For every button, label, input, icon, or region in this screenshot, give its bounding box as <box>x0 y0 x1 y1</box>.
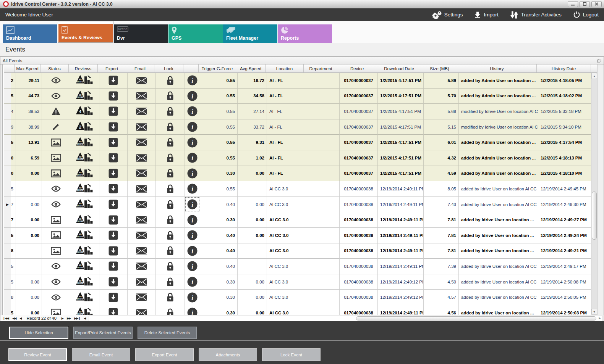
info-event-icon[interactable]: i <box>187 106 198 116</box>
column-header-history-date[interactable]: History Date <box>537 64 591 73</box>
tab-events-reviews[interactable]: Events & Reviews <box>58 24 113 42</box>
lock-event-icon[interactable] <box>166 277 175 287</box>
row-selector[interactable] <box>4 212 11 228</box>
row-selector[interactable] <box>4 135 11 150</box>
export-event-button[interactable]: Export Event <box>135 348 194 361</box>
eye-status-icon[interactable] <box>51 93 61 99</box>
vertical-scroll-thumb[interactable] <box>592 192 597 240</box>
export-event-icon[interactable] <box>108 200 118 209</box>
review-score-chart-icon[interactable]: 2 <box>76 121 93 133</box>
pencil-status-icon[interactable] <box>52 122 60 131</box>
minimize-button[interactable] <box>568 1 578 7</box>
logout-button[interactable]: Logout <box>573 11 599 18</box>
column-header-device[interactable]: Device <box>338 64 376 73</box>
row-selector[interactable]: ▶ <box>4 197 11 213</box>
review-score-chart-icon[interactable]: NOSCORE <box>76 292 93 303</box>
info-event-icon[interactable]: i <box>187 199 198 209</box>
event-row[interactable]: 5NOSCOREi0.40Al CC 3.001704000003812/19/… <box>4 259 604 274</box>
email-event-icon[interactable] <box>136 278 147 286</box>
attachments-button[interactable]: Attachments <box>199 348 257 361</box>
first-record-icon[interactable]: ❙◀◀ <box>3 317 9 320</box>
lock-event-icon[interactable] <box>166 122 175 132</box>
lock-event-icon[interactable] <box>166 230 175 240</box>
info-event-icon[interactable]: i <box>187 308 198 315</box>
email-event-icon[interactable] <box>136 77 147 84</box>
lock-event-icon[interactable] <box>166 153 175 163</box>
review-score-chart-icon[interactable]: NOSCORE <box>76 260 93 272</box>
eye-status-icon[interactable] <box>51 77 61 84</box>
lock-event-icon[interactable] <box>166 308 175 315</box>
event-row[interactable]: 50.00NOSCOREi0.300.00Al CC 3.00170400000… <box>4 305 604 315</box>
lock-event-icon[interactable] <box>166 168 175 178</box>
column-header-avg-speed[interactable]: Avg Speed <box>236 64 266 73</box>
export-event-icon[interactable] <box>108 293 118 302</box>
email-event-icon[interactable] <box>136 216 147 224</box>
review-score-chart-icon[interactable]: NOSCORE <box>76 168 93 179</box>
transfer-activities-button[interactable]: Transfer Activities <box>510 11 562 19</box>
settings-button[interactable]: Settings <box>432 11 463 19</box>
column-header-sel[interactable] <box>4 64 11 73</box>
email-event-icon[interactable] <box>136 232 147 239</box>
email-event-button[interactable]: Email Event <box>72 348 130 361</box>
prev-record-icon[interactable]: ◀ <box>19 317 21 320</box>
eye-status-icon[interactable] <box>51 279 61 285</box>
info-event-icon[interactable]: i <box>187 75 198 85</box>
row-selector[interactable] <box>4 150 11 166</box>
horizontal-scrollbar[interactable]: ▶ <box>89 316 603 321</box>
next-page-icon[interactable]: ▶▶ <box>67 317 71 320</box>
export-event-icon[interactable] <box>108 106 118 116</box>
info-event-icon[interactable]: i <box>187 137 198 148</box>
export-event-icon[interactable] <box>108 138 118 147</box>
export-event-icon[interactable] <box>108 277 118 287</box>
email-event-icon[interactable] <box>136 309 147 315</box>
review-score-chart-icon[interactable]: NOSCORE <box>76 229 93 241</box>
review-event-button[interactable]: Review Event <box>8 348 67 361</box>
review-score-chart-icon[interactable]: NOSCORE <box>76 214 93 226</box>
column-header-id_clip[interactable] <box>11 64 15 73</box>
lock-event-icon[interactable] <box>166 76 175 85</box>
column-header-email[interactable]: Email <box>126 64 154 73</box>
column-header-max-speed[interactable]: Max Speed <box>15 64 40 73</box>
info-event-icon[interactable]: i <box>187 261 198 271</box>
review-score-chart-icon[interactable]: NOSCORE <box>76 137 93 148</box>
column-header-export[interactable]: Export <box>98 64 126 73</box>
eye-status-icon[interactable] <box>51 263 61 269</box>
row-selector[interactable] <box>4 290 11 305</box>
info-event-icon[interactable]: i <box>187 292 198 303</box>
event-row[interactable]: 50.00NOSCOREi0.300.00Al CC 3.00170400000… <box>4 274 604 290</box>
info-event-icon[interactable]: i <box>187 246 198 256</box>
lock-event-icon[interactable] <box>166 91 175 101</box>
hide-selection-button[interactable]: Hide Selection <box>9 327 68 339</box>
tab-dashboard[interactable]: Dashboard <box>3 24 57 43</box>
vertical-scrollbar[interactable]: ▲ ▼ <box>591 73 597 315</box>
event-row[interactable]: 544.73NOSCOREi0.5534.58Al - FL0170400000… <box>4 89 604 104</box>
image-status-icon[interactable] <box>51 216 61 224</box>
email-event-icon[interactable] <box>136 263 147 270</box>
column-header-history[interactable]: History <box>457 64 537 73</box>
row-selector[interactable] <box>4 274 11 290</box>
tab-gps[interactable]: GPS <box>168 24 223 43</box>
export-event-icon[interactable] <box>108 169 118 178</box>
lock-event-icon[interactable] <box>166 292 175 302</box>
scroll-down-icon[interactable]: ▼ <box>591 309 597 315</box>
review-score-chart-icon[interactable]: NOSCORE <box>76 276 93 288</box>
review-score-chart-icon[interactable]: NOSCORE <box>76 183 93 195</box>
column-header-reviews[interactable]: Reviews <box>69 64 98 73</box>
column-header-size-mb-[interactable]: Size (MB) <box>422 64 457 73</box>
column-header-department[interactable]: Department <box>304 64 338 73</box>
eye-status-icon[interactable] <box>51 201 61 208</box>
scroll-up-icon[interactable]: ▲ <box>591 73 597 79</box>
event-row[interactable]: 229.11NOSCOREi0.5516.72Al - FL0170400000… <box>4 73 604 89</box>
info-event-icon[interactable]: i <box>187 230 198 240</box>
email-event-icon[interactable] <box>136 139 147 146</box>
grid-left-splitter[interactable] <box>0 64 4 315</box>
export-event-icon[interactable] <box>108 184 118 193</box>
info-event-icon[interactable]: i <box>187 91 198 101</box>
row-selector[interactable] <box>4 259 11 274</box>
email-event-icon[interactable] <box>136 201 147 208</box>
email-event-icon[interactable] <box>136 185 147 193</box>
review-score-chart-icon[interactable]: NOSCORE <box>76 90 93 102</box>
row-selector[interactable] <box>4 305 11 315</box>
event-row[interactable]: ▶70.00NOSCOREi0.400.00Al CC 3.0017040000… <box>4 197 604 213</box>
lock-event-icon[interactable] <box>166 137 175 147</box>
